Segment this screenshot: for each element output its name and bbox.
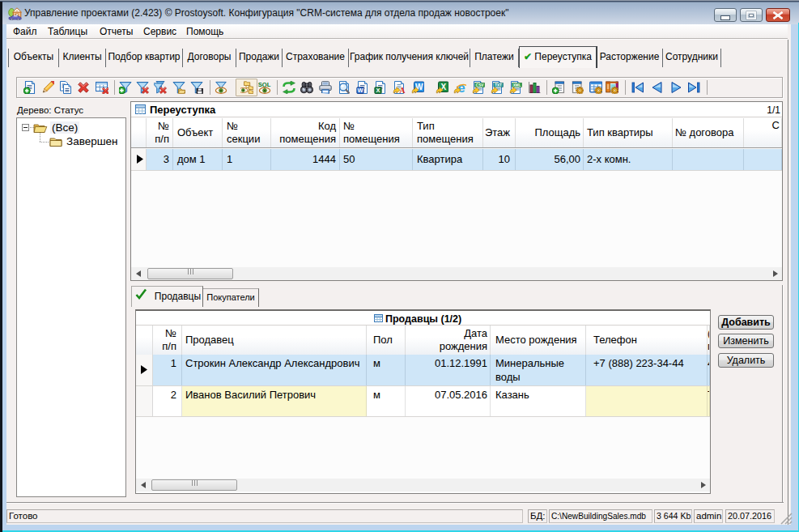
svg-text:XML: XML bbox=[513, 83, 521, 87]
svg-text:W: W bbox=[357, 87, 363, 94]
svg-text:X: X bbox=[376, 87, 380, 94]
svg-text:CSV: CSV bbox=[476, 83, 484, 87]
svg-text:TXT: TXT bbox=[495, 83, 502, 87]
